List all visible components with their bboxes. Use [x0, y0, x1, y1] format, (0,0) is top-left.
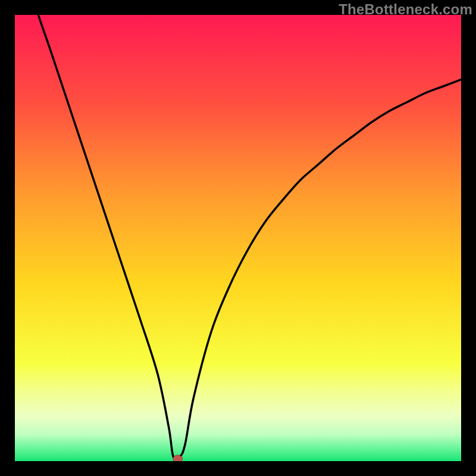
plot-svg [15, 15, 461, 461]
plot-area [15, 15, 461, 461]
gradient-rect [15, 15, 461, 461]
minimum-marker [173, 455, 183, 461]
watermark-label: TheBottleneck.com [339, 1, 472, 18]
chart-stage: TheBottleneck.com [0, 0, 476, 476]
